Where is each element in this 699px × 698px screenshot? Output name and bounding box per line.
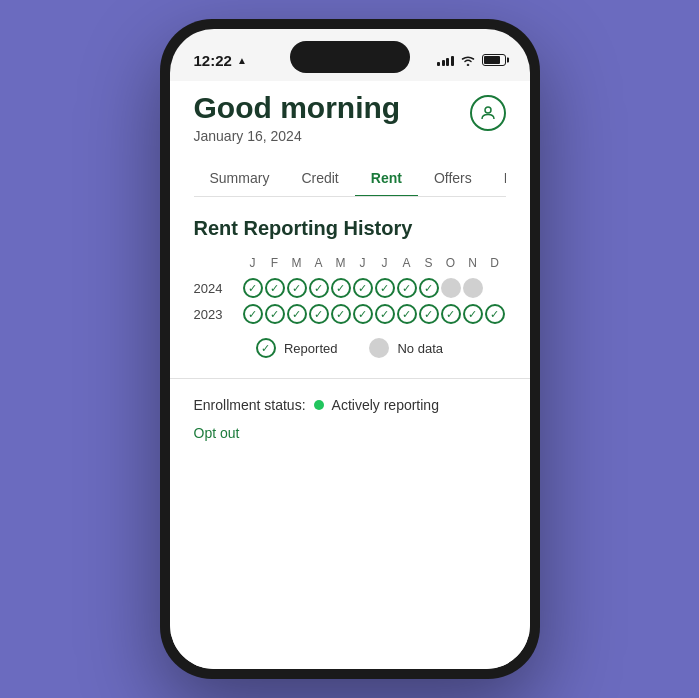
cell-2023-10: ✓ — [440, 304, 462, 324]
reported-label: Reported — [284, 341, 337, 356]
cell-2023-2: ✓ — [264, 304, 286, 324]
calendar-row-2024: 2024 ✓ ✓ ✓ ✓ ✓ ✓ ✓ ✓ ✓ — [194, 278, 506, 298]
enrollment-row: Enrollment status: Actively reporting — [194, 397, 506, 413]
main-content: Rent Reporting History J F M A M J J A — [194, 217, 506, 442]
user-icon — [479, 104, 497, 122]
profile-button[interactable] — [470, 95, 506, 131]
divider — [170, 378, 530, 379]
cell-2024-11 — [462, 278, 484, 298]
tab-res[interactable]: Res — [488, 162, 506, 196]
tab-offers[interactable]: Offers — [418, 162, 488, 196]
cell-2024-9: ✓ — [418, 278, 440, 298]
tab-rent[interactable]: Rent — [355, 162, 418, 196]
month-j3: J — [374, 256, 396, 270]
cell-2024-2: ✓ — [264, 278, 286, 298]
cell-2023-6: ✓ — [352, 304, 374, 324]
screen-content: Good morning January 16, 2024 Summary Cr… — [170, 81, 530, 669]
cell-2024-4: ✓ — [308, 278, 330, 298]
opt-out-link[interactable]: Opt out — [194, 425, 240, 442]
greeting-text: Good morning — [194, 91, 401, 124]
cell-2024-5: ✓ — [330, 278, 352, 298]
month-o: O — [440, 256, 462, 270]
legend: ✓ Reported No data — [194, 338, 506, 358]
status-icons — [437, 54, 506, 66]
cell-2023-12: ✓ — [484, 304, 506, 324]
phone-screen: 12:22 ▲ — [170, 29, 530, 669]
month-s: S — [418, 256, 440, 270]
month-a1: A — [308, 256, 330, 270]
cell-2023-5: ✓ — [330, 304, 352, 324]
month-m2: M — [330, 256, 352, 270]
month-f: F — [264, 256, 286, 270]
phone-frame: 12:22 ▲ — [160, 19, 540, 679]
status-time: 12:22 ▲ — [194, 52, 247, 69]
cell-2023-3: ✓ — [286, 304, 308, 324]
no-data-dot-icon — [369, 338, 389, 358]
cell-2023-11: ✓ — [462, 304, 484, 324]
svg-point-0 — [485, 107, 491, 113]
active-status-dot — [314, 400, 324, 410]
enrollment-label: Enrollment status: — [194, 397, 306, 413]
tab-summary[interactable]: Summary — [194, 162, 286, 196]
tab-credit[interactable]: Credit — [285, 162, 354, 196]
cell-2024-7: ✓ — [374, 278, 396, 298]
enrollment-status: Actively reporting — [332, 397, 439, 413]
month-headers: J F M A M J J A S O N D — [194, 256, 506, 270]
month-a2: A — [396, 256, 418, 270]
section-title: Rent Reporting History — [194, 217, 506, 240]
month-j1: J — [242, 256, 264, 270]
legend-no-data: No data — [369, 338, 443, 358]
greeting-block: Good morning January 16, 2024 — [194, 91, 401, 144]
calendar-grid: J F M A M J J A S O N D — [194, 256, 506, 324]
cell-2024-3: ✓ — [286, 278, 308, 298]
date-text: January 16, 2024 — [194, 128, 401, 144]
calendar-row-2023: 2023 ✓ ✓ ✓ ✓ ✓ ✓ ✓ ✓ ✓ ✓ ✓ ✓ — [194, 304, 506, 324]
cell-2024-10 — [440, 278, 462, 298]
cell-2023-4: ✓ — [308, 304, 330, 324]
cell-2024-6: ✓ — [352, 278, 374, 298]
month-m1: M — [286, 256, 308, 270]
month-j2: J — [352, 256, 374, 270]
month-d: D — [484, 256, 506, 270]
reported-check-icon: ✓ — [256, 338, 276, 358]
year-2023: 2023 — [194, 307, 242, 322]
cell-2024-8: ✓ — [396, 278, 418, 298]
cell-2023-1: ✓ — [242, 304, 264, 324]
battery-icon — [482, 54, 506, 66]
dynamic-island — [290, 41, 410, 73]
wifi-icon — [460, 54, 476, 66]
tab-bar: Summary Credit Rent Offers Res — [194, 162, 506, 197]
cell-2024-1: ✓ — [242, 278, 264, 298]
no-data-label: No data — [397, 341, 443, 356]
month-n: N — [462, 256, 484, 270]
cell-2023-8: ✓ — [396, 304, 418, 324]
legend-reported: ✓ Reported — [256, 338, 337, 358]
year-header-spacer — [194, 256, 242, 270]
cell-2023-9: ✓ — [418, 304, 440, 324]
year-2024: 2024 — [194, 281, 242, 296]
signal-icon — [437, 54, 454, 66]
location-arrow-icon: ▲ — [237, 55, 247, 66]
cell-2023-7: ✓ — [374, 304, 396, 324]
header-row: Good morning January 16, 2024 — [194, 81, 506, 144]
